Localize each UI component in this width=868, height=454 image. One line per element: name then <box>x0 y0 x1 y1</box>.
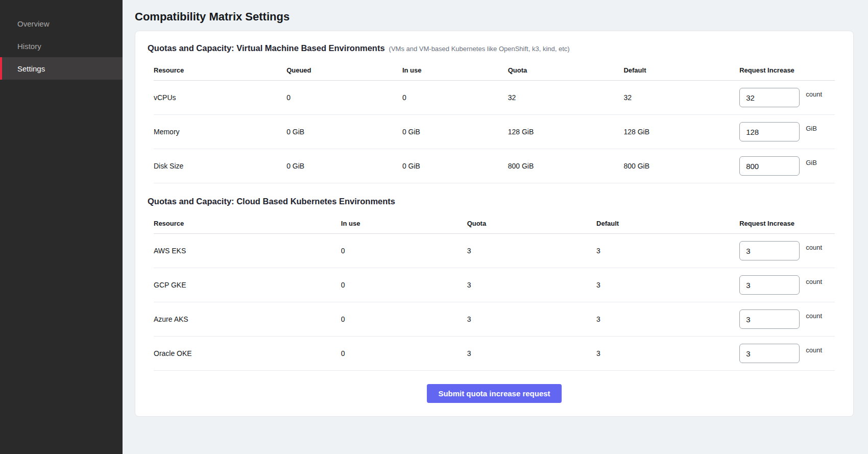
vm-section-note: (VMs and VM-based Kubernetes like OpenSh… <box>389 45 570 53</box>
table-row-gcp-gke: GCP GKE 0 3 3 count <box>154 268 835 302</box>
quota-value: 3 <box>467 349 596 357</box>
table-header-row: Resource In use Quota Default Request In… <box>154 213 835 234</box>
unit-label: GiB <box>806 159 817 166</box>
resource-name: Azure AKS <box>154 315 341 323</box>
resource-name: Oracle OKE <box>154 349 341 357</box>
request-increase-cell: count <box>739 241 835 260</box>
app-window: Overview History Settings Compatibility … <box>0 0 868 454</box>
default-value: 128 GiB <box>623 128 739 136</box>
resource-name: AWS EKS <box>154 247 341 255</box>
quota-value: 3 <box>467 281 596 289</box>
in-use-value: 0 <box>402 93 508 102</box>
request-increase-cell: count <box>739 309 835 329</box>
unit-label: count <box>806 244 822 251</box>
vcpus-request-input[interactable] <box>739 88 800 107</box>
column-header-default: Default <box>596 220 739 227</box>
column-header-quota: Quota <box>508 66 624 74</box>
vm-quota-table: Resource Queued In use Quota Default Req… <box>147 60 842 183</box>
table-row-oracle-oke: Oracle OKE 0 3 3 count <box>154 337 835 371</box>
quota-value: 3 <box>467 247 596 255</box>
submit-row: Submit quota increase request <box>147 371 842 403</box>
unit-label: count <box>806 312 822 320</box>
default-value: 32 <box>623 93 739 102</box>
submit-quota-increase-button[interactable]: Submit quota increase request <box>427 384 561 403</box>
resource-name: Memory <box>154 128 286 136</box>
memory-request-input[interactable] <box>739 122 800 141</box>
column-header-quota: Quota <box>467 220 596 227</box>
column-header-request-increase: Request Increase <box>739 220 835 227</box>
sidebar-item-label: History <box>17 42 41 51</box>
cloud-quota-table: Resource In use Quota Default Request In… <box>147 213 842 371</box>
sidebar-item-settings[interactable]: Settings <box>0 57 123 80</box>
table-header-row: Resource Queued In use Quota Default Req… <box>154 60 835 81</box>
resource-name: GCP GKE <box>154 281 341 289</box>
table-row-memory: Memory 0 GiB 0 GiB 128 GiB 128 GiB GiB <box>154 115 835 149</box>
queued-value: 0 GiB <box>286 128 402 136</box>
oracle-oke-request-input[interactable] <box>739 344 800 363</box>
unit-label: GiB <box>806 125 817 132</box>
quotas-card: Quotas and Capacity: Virtual Machine Bas… <box>135 31 854 417</box>
request-increase-cell: GiB <box>739 122 835 141</box>
quota-value: 128 GiB <box>508 128 624 136</box>
resource-name: Disk Size <box>154 162 286 170</box>
in-use-value: 0 <box>341 247 467 255</box>
sidebar-item-label: Overview <box>17 19 50 28</box>
vm-section-title: Quotas and Capacity: Virtual Machine Bas… <box>148 43 385 53</box>
table-row-aws-eks: AWS EKS 0 3 3 count <box>154 234 835 268</box>
table-row-vcpus: vCPUs 0 0 32 32 count <box>154 81 835 115</box>
request-increase-cell: count <box>739 344 835 363</box>
default-value: 3 <box>596 315 739 323</box>
column-header-resource: Resource <box>154 66 286 74</box>
column-header-queued: Queued <box>286 66 402 74</box>
gcp-gke-request-input[interactable] <box>739 275 800 295</box>
unit-label: count <box>806 346 822 354</box>
vm-section-header: Quotas and Capacity: Virtual Machine Bas… <box>147 43 842 53</box>
column-header-request-increase: Request Increase <box>739 66 835 74</box>
sidebar-item-history[interactable]: History <box>0 35 123 57</box>
default-value: 3 <box>596 281 739 289</box>
main-content: Compatibility Matrix Settings Quotas and… <box>123 0 868 454</box>
page-title: Compatibility Matrix Settings <box>135 10 854 23</box>
quota-value: 3 <box>467 315 596 323</box>
quota-value: 800 GiB <box>508 162 624 170</box>
sidebar-item-overview[interactable]: Overview <box>0 12 123 35</box>
sidebar-item-label: Settings <box>17 64 45 73</box>
table-row-azure-aks: Azure AKS 0 3 3 count <box>154 302 835 337</box>
aws-eks-request-input[interactable] <box>739 241 800 260</box>
request-increase-cell: count <box>739 88 835 107</box>
queued-value: 0 GiB <box>286 162 402 170</box>
request-increase-cell: GiB <box>739 156 835 176</box>
sidebar: Overview History Settings <box>0 0 123 454</box>
column-header-in-use: In use <box>341 220 467 227</box>
azure-aks-request-input[interactable] <box>739 309 800 329</box>
in-use-value: 0 <box>341 349 467 357</box>
unit-label: count <box>806 90 822 98</box>
in-use-value: 0 GiB <box>402 162 508 170</box>
cloud-section-header: Quotas and Capacity: Cloud Based Kuberne… <box>147 197 842 206</box>
request-increase-cell: count <box>739 275 835 295</box>
column-header-resource: Resource <box>154 220 341 227</box>
in-use-value: 0 <box>341 315 467 323</box>
in-use-value: 0 GiB <box>402 128 508 136</box>
default-value: 800 GiB <box>623 162 739 170</box>
default-value: 3 <box>596 349 739 357</box>
quota-value: 32 <box>508 93 624 102</box>
default-value: 3 <box>596 247 739 255</box>
column-header-default: Default <box>623 66 739 74</box>
cloud-section-title: Quotas and Capacity: Cloud Based Kuberne… <box>148 197 395 206</box>
in-use-value: 0 <box>341 281 467 289</box>
unit-label: count <box>806 278 822 285</box>
column-header-in-use: In use <box>402 66 508 74</box>
queued-value: 0 <box>286 93 402 102</box>
table-row-disk-size: Disk Size 0 GiB 0 GiB 800 GiB 800 GiB Gi… <box>154 149 835 183</box>
resource-name: vCPUs <box>154 93 286 102</box>
disk-size-request-input[interactable] <box>739 156 800 176</box>
